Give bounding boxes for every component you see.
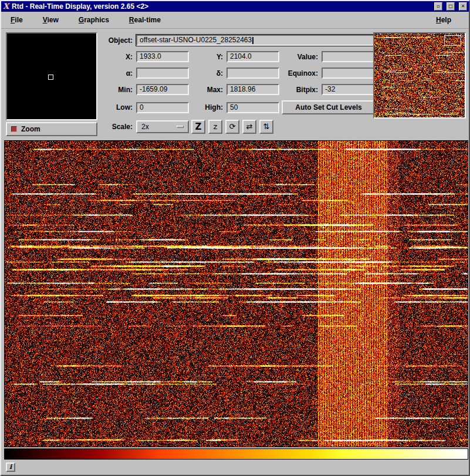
zoom-toggle[interactable]: Zoom	[6, 122, 97, 136]
high-label: High:	[191, 103, 224, 112]
rotate-button[interactable]: ⟳	[225, 120, 239, 134]
equinox-label: Equinox:	[282, 69, 319, 77]
control-panel: Zoom Object: offset-star-USNO-U0225_2825…	[1, 29, 469, 139]
statusbar: i	[1, 460, 469, 475]
close-button[interactable]: ✕	[459, 2, 467, 11]
value-field	[322, 51, 376, 62]
scale-option-menu[interactable]: 2x	[136, 120, 189, 133]
maximize-button[interactable]: □	[447, 2, 455, 11]
main-image-frame	[4, 140, 468, 447]
x11-logo-icon: X	[3, 2, 9, 11]
zoom-out-button[interactable]: z	[208, 120, 222, 134]
high-field[interactable]: 50	[226, 102, 279, 113]
scale-label: Scale:	[100, 123, 134, 131]
low-field[interactable]: 0	[136, 102, 189, 113]
window-title: Rtd - Real-Time Display, version 2.65 <2…	[12, 2, 430, 11]
x-label: X:	[100, 53, 134, 61]
colorbar-canvas	[5, 449, 468, 459]
text-cursor-icon	[252, 37, 253, 44]
min-field: -1659.09	[136, 84, 189, 95]
bitpix-field: -32	[322, 84, 376, 95]
main-image-canvas[interactable]	[5, 141, 468, 447]
min-label: Min:	[100, 86, 134, 94]
menu-help[interactable]: Help	[432, 14, 455, 26]
menu-graphics[interactable]: Graphics	[75, 14, 113, 26]
zoom-label: Zoom	[21, 125, 40, 133]
minimize-button[interactable]: ▫	[434, 2, 442, 11]
view-toolbar: Z z ⟳ ⇄ ⇅	[191, 120, 376, 134]
pan-window[interactable]	[373, 32, 466, 119]
y-label: Y:	[191, 53, 224, 61]
object-field[interactable]: offset-star-USNO-U0225_28252463	[136, 35, 376, 46]
max-field: 1818.96	[226, 84, 279, 95]
max-label: Max:	[191, 86, 224, 94]
menu-file[interactable]: File	[7, 14, 26, 26]
dec-label: δ:	[191, 69, 224, 77]
auto-set-cut-levels-button[interactable]: Auto Set Cut Levels	[282, 100, 376, 114]
menu-realtime[interactable]: Real-time	[126, 14, 164, 26]
zoom-in-button[interactable]: Z	[191, 120, 205, 134]
flip-y-button[interactable]: ⇅	[259, 120, 273, 134]
value-label: Value:	[282, 53, 319, 61]
zoom-indicator-icon	[11, 126, 17, 132]
object-value: offset-star-USNO-U0225_28252463	[140, 36, 252, 44]
menubar: File View Graphics Real-time Help	[1, 12, 469, 29]
scale-value: 2x	[141, 123, 149, 131]
ra-field	[136, 67, 189, 79]
zoom-panel: Zoom	[6, 32, 97, 136]
low-label: Low:	[100, 103, 134, 112]
object-label: Object:	[100, 36, 134, 45]
flip-x-button[interactable]: ⇄	[242, 120, 256, 134]
ra-label: α:	[100, 69, 134, 77]
pan-image-canvas[interactable]	[374, 33, 465, 117]
titlebar[interactable]: X Rtd - Real-Time Display, version 2.65 …	[1, 1, 469, 12]
y-field: 2104.0	[226, 51, 279, 62]
zoom-display	[6, 32, 97, 120]
option-menu-dash-icon	[177, 126, 184, 128]
x-field: 1933.0	[136, 51, 189, 62]
dec-field	[226, 67, 279, 79]
colorbar-frame	[4, 448, 468, 460]
menu-view[interactable]: View	[39, 14, 62, 26]
bitpix-label: Bitpix:	[282, 86, 319, 94]
image-info-form: Object: offset-star-USNO-U0225_28252463 …	[100, 35, 376, 134]
zoom-marker	[48, 75, 53, 80]
rtd-window: X Rtd - Real-Time Display, version 2.65 …	[0, 0, 470, 476]
equinox-field	[322, 67, 376, 79]
info-button[interactable]: i	[6, 463, 15, 472]
